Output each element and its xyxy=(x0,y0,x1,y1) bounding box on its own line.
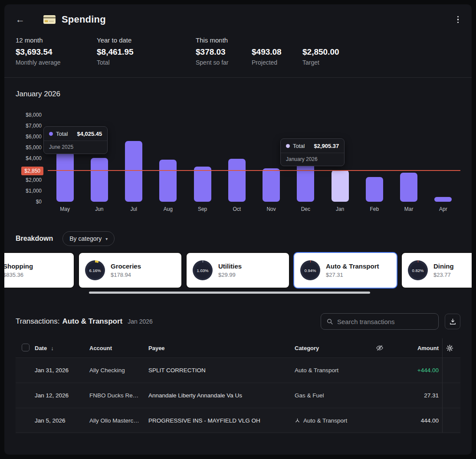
search-box xyxy=(321,313,439,330)
cards-scrollbar-thumb[interactable] xyxy=(89,292,370,294)
stat-label-top: This month xyxy=(196,36,252,46)
x-tick-label: Sep xyxy=(185,206,220,212)
stat-label-top xyxy=(252,36,302,46)
credit-card-icon xyxy=(43,15,56,24)
breakdown-mode-dropdown[interactable]: By category ▾ xyxy=(62,231,115,246)
category-card-auto-transport[interactable]: 0.94%Auto & Transport$27.31 xyxy=(293,252,397,289)
transaction-payee: PROGRESSIVE INS - MAYFIELD VLG OH xyxy=(148,417,295,424)
transaction-account: Ally Checking xyxy=(89,367,148,374)
category-amount: $29.99 xyxy=(218,272,242,278)
x-tick-label: Mar xyxy=(392,206,426,212)
bar-column-oct xyxy=(220,115,254,202)
transactions-title-category: Auto & Transport xyxy=(62,317,122,326)
stat-label-bottom: Spent so far xyxy=(196,59,252,66)
stat-value: $2,850.00 xyxy=(302,47,339,57)
category-card-dining[interactable]: 0.82%Dining$23.77 xyxy=(401,252,472,289)
bar-jun[interactable] xyxy=(91,158,108,202)
overflow-menu-icon[interactable] xyxy=(456,14,461,25)
x-tick-label: Oct xyxy=(220,206,254,212)
category-amount: $27.31 xyxy=(326,272,379,278)
gear-icon[interactable] xyxy=(446,344,453,352)
category-card-utilities[interactable]: 1.03%Utilities$29.99 xyxy=(186,252,290,289)
transaction-row[interactable]: Jan 12, 2026FNBO Ducks Re…Annandale Libe… xyxy=(16,383,460,408)
chart-tooltip-january: Total $2,905.37 January 2026 xyxy=(280,138,345,166)
column-header-date[interactable]: Date↓ xyxy=(35,345,89,351)
page-title: Spending xyxy=(62,14,106,25)
select-all-checkbox[interactable] xyxy=(22,344,30,351)
transaction-category: Gas & Fuel xyxy=(295,392,369,399)
bar-aug[interactable] xyxy=(159,160,177,202)
stat-block: $493.08Projected xyxy=(252,36,302,66)
bar-mar[interactable] xyxy=(400,173,417,202)
x-tick-label: May xyxy=(48,206,82,212)
transaction-row[interactable]: Jan 31, 2026Ally CheckingSPLIT CORRECTIO… xyxy=(16,357,460,383)
column-header-category[interactable]: Category xyxy=(295,345,369,351)
stat-label-top xyxy=(302,36,339,46)
bar-sep[interactable] xyxy=(194,167,211,202)
category-percent: 0.94% xyxy=(302,262,318,279)
breakdown-title: Breakdown xyxy=(16,235,53,243)
breakdown-header: Breakdown By category ▾ xyxy=(4,216,472,252)
series-dot xyxy=(49,132,53,136)
bar-nov[interactable] xyxy=(263,168,280,202)
split-transaction-icon xyxy=(295,418,300,423)
stat-label-bottom: Monthly average xyxy=(16,59,97,66)
cards-scrollbar xyxy=(4,292,472,294)
hide-column-icon[interactable] xyxy=(369,344,394,352)
category-cards-strip: Shopping$835.366.16%Groceries$178.941.03… xyxy=(4,252,472,294)
stat-block: 12 month$3,693.54Monthly average xyxy=(16,36,97,66)
y-tick-label: $0 xyxy=(36,199,42,205)
x-tick-label: Aug xyxy=(151,206,185,212)
chart-plot xyxy=(48,115,460,202)
x-tick-label: Jul xyxy=(117,206,151,212)
y-tick-label: $2,000 xyxy=(26,177,42,183)
top-bar: ← Spending xyxy=(4,4,472,30)
transaction-row[interactable]: Jan 5, 2026Ally Ollo Masterc…PROGRESSIVE… xyxy=(16,408,460,433)
search-input[interactable] xyxy=(337,318,433,325)
bar-jan[interactable] xyxy=(332,170,349,202)
transactions-title-prefix: Transactions: xyxy=(16,317,59,326)
bar-column-sep xyxy=(185,115,220,202)
bar-column-aug xyxy=(151,115,185,202)
transaction-date: Jan 12, 2026 xyxy=(35,392,89,399)
target-line xyxy=(48,170,460,171)
category-card-groceries[interactable]: 6.16%Groceries$178.94 xyxy=(78,252,182,289)
stat-label-top: 12 month xyxy=(16,36,97,46)
column-header-payee[interactable]: Payee xyxy=(148,345,295,351)
tooltip-period: June 2025 xyxy=(49,144,102,150)
download-button[interactable] xyxy=(445,314,460,329)
bar-jul[interactable] xyxy=(125,141,142,202)
sort-descending-icon: ↓ xyxy=(51,345,54,351)
category-amount: $23.77 xyxy=(433,272,454,278)
target-badge: $2,850 xyxy=(21,167,43,175)
transaction-amount: +444.00 xyxy=(394,367,442,374)
transaction-amount: 444.00 xyxy=(394,417,442,424)
bar-column-apr xyxy=(426,115,460,202)
spending-chart: $2,850 $8,000$7,000$6,000$5,000$4,000$2,… xyxy=(16,115,460,216)
back-icon[interactable]: ← xyxy=(16,14,27,25)
bar-apr[interactable] xyxy=(434,197,452,202)
x-tick-label: Dec xyxy=(289,206,323,212)
stat-value: $8,461.95 xyxy=(97,47,196,57)
y-tick-label: $7,000 xyxy=(26,123,42,129)
bar-column-feb xyxy=(357,115,391,202)
stat-block: $2,850.00Target xyxy=(302,36,339,66)
bar-dec[interactable] xyxy=(297,161,314,202)
x-tick-label: Nov xyxy=(254,206,289,212)
bar-oct[interactable] xyxy=(228,159,246,202)
column-header-account[interactable]: Account xyxy=(89,345,148,351)
period-title: January 2026 xyxy=(4,78,472,98)
stat-label-bottom: Projected xyxy=(252,59,302,66)
bar-feb[interactable] xyxy=(366,177,383,202)
category-cards: Shopping$835.366.16%Groceries$178.941.03… xyxy=(4,252,472,289)
tooltip-period: January 2026 xyxy=(286,156,339,162)
stat-value: $493.08 xyxy=(252,47,302,57)
tooltip-series-label: Total xyxy=(293,143,305,149)
stats-row: 12 month$3,693.54Monthly averageYear to … xyxy=(4,30,472,75)
bar-may[interactable] xyxy=(56,152,74,202)
category-card-shopping[interactable]: Shopping$835.36 xyxy=(4,252,75,289)
transactions-header: Transactions: Auto & Transport Jan 2026 xyxy=(4,294,472,338)
column-header-amount[interactable]: Amount xyxy=(394,345,442,351)
bar-column-mar xyxy=(392,115,426,202)
category-name: Utilities xyxy=(218,262,242,270)
